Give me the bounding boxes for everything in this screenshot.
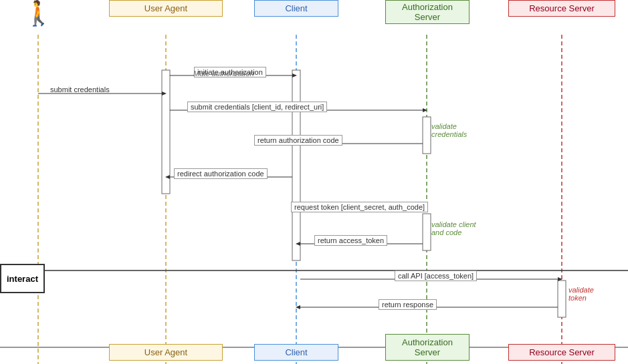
useragent-actor-box: User Agent [109,0,223,17]
note-validate-token: validatetoken [568,286,594,302]
authserver-actor-box-bottom: AuthorizationServer [385,334,469,361]
msg-return-access-token: return access_token [314,235,387,246]
svg-rect-7 [423,117,431,154]
svg-rect-5 [162,70,170,194]
msg-return-auth-code: return authorization code [254,135,342,146]
resourceserver-actor-box: Resource Server [508,0,615,17]
svg-marker-15 [423,108,427,112]
useragent-actor-box-bottom: User Agent [109,344,223,361]
msg-request-token: request token [client_secret, auth_code] [291,202,428,212]
svg-rect-8 [423,214,431,250]
note-validate-credentials: validatecredentials [431,122,467,138]
msg-call-api: call API [access_token] [395,270,477,281]
client-actor-box: Client [254,0,338,17]
svg-marker-26 [558,277,562,281]
note-mate-auth: Mate authorization [193,69,254,77]
msg-submit-credentials-client: submit credentials [client_id, redirect_… [187,102,327,112]
svg-rect-6 [292,70,300,260]
interact-box: interact [0,264,45,293]
msg-submit-credentials-user: submit credentials [50,85,110,94]
note-validate-client: validate clientand code [431,220,476,236]
user-actor: 🚶 [20,1,56,25]
svg-marker-23 [296,242,300,246]
svg-marker-19 [165,175,170,179]
sequence-diagram: 🚶 User Agent Client AuthorizationServer … [0,0,628,364]
client-actor-box-bottom: Client [254,344,338,361]
msg-return-response: return response [379,299,437,310]
msg-redirect-auth-code: redirect authorization code [174,168,268,179]
svg-marker-28 [296,305,300,309]
svg-rect-9 [558,281,566,317]
resourceserver-actor-box-bottom: Resource Server [508,344,615,361]
svg-marker-13 [162,92,167,96]
authserver-actor-box: AuthorizationServer [385,0,469,24]
svg-marker-11 [292,73,297,77]
